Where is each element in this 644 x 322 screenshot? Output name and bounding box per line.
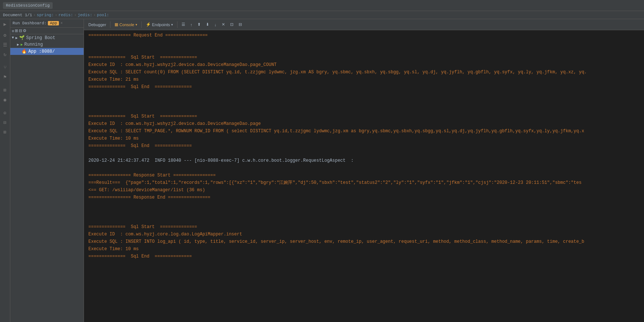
endpoints-dropdown-icon[interactable]: ▾: [171, 23, 173, 27]
filter-btn[interactable]: ☰: [179, 21, 187, 28]
console-line: ================ Request End ===========…: [84, 32, 644, 39]
run-dashboard-tab-label: RedisSessionConfig: [3, 2, 53, 9]
console-line: [84, 105, 644, 113]
spring-leaf-icon: 🌱: [19, 35, 25, 41]
running-label: Running: [24, 42, 43, 47]
run-panel-btn4[interactable]: ⚙: [23, 28, 27, 33]
tree-app[interactable]: 🔥 App :8088/: [10, 48, 84, 55]
app-tab-close[interactable]: ×: [60, 21, 63, 25]
tree-running[interactable]: ▶ ▶ Running: [10, 41, 84, 48]
scroll-up-btn[interactable]: ⬆: [195, 21, 203, 28]
run-panel-btn2[interactable]: ⊞: [15, 28, 18, 33]
wrap-btn[interactable]: ⊡: [228, 21, 236, 28]
console-line: ===Result=== {"page":1,"total":1,"record…: [84, 179, 644, 186]
console-line: Execute SQL : INSERT INTO log_api ( id, …: [84, 238, 644, 245]
breadcrumb-redis: redis:: [59, 13, 73, 17]
gear-icon2[interactable]: ⊞: [4, 129, 7, 135]
arrow-down-icon: ▼: [12, 36, 14, 40]
console-line: Execute ID : com.ws.hyzj.wshyzj2.device.…: [84, 120, 644, 127]
console-line: [84, 98, 644, 105]
breadcrumb-pool: pool:: [97, 13, 109, 17]
camera-icon[interactable]: ⊙: [4, 110, 7, 116]
settings-icon[interactable]: ⚙: [4, 32, 7, 38]
console-line: Execute Time: 21 ms: [84, 76, 644, 83]
split-btn[interactable]: ⊟: [236, 21, 244, 28]
left-panel: Run Dashboard: App × ≡ ⊞ ⊟ ⚙ ▼ ▶ 🌱 Sprin…: [10, 19, 84, 322]
refresh-icon[interactable]: ↻: [4, 52, 7, 57]
terminal-icon[interactable]: ⊞: [4, 87, 7, 93]
scroll-down-btn[interactable]: ⬇: [204, 21, 211, 28]
run-dashboard-header: Run Dashboard: App ×: [10, 19, 84, 28]
breadcrumb-doc: Document 1/1: [3, 13, 32, 17]
main-area: Debugger ▦ Console ▾ ⚡ Endpoints ▾ ☰ ↑ ⬆…: [84, 19, 644, 322]
debugger-button[interactable]: Debugger: [86, 22, 108, 28]
console-line: ============== Sql End ==============: [84, 253, 644, 260]
debug-icon[interactable]: ◉: [4, 97, 7, 103]
toolbar-sep1: [110, 21, 110, 28]
console-line: Execute Time: 10 ms: [84, 245, 644, 253]
console-line: ============== Sql Start ==============: [84, 223, 644, 231]
console-line: [84, 216, 644, 223]
console-line: [84, 150, 644, 157]
run-panel-toolbar: ≡ ⊞ ⊟ ⚙: [10, 28, 84, 34]
console-line: ================ Response End ==========…: [84, 194, 644, 201]
spring-boot-label: Spring Boot: [26, 35, 55, 41]
run-dashboard-label: Run Dashboard:: [13, 21, 46, 25]
console-line: <== GET: /wsliiap/deviceManager/list (36…: [84, 186, 644, 194]
clear-btn[interactable]: ✕: [219, 21, 227, 28]
console-line: [84, 39, 644, 46]
console-icon: ▦: [115, 22, 118, 27]
run-panel-btn1[interactable]: ≡: [12, 29, 14, 33]
console-line: ============== Sql Start ==============: [84, 54, 644, 61]
console-dropdown-icon[interactable]: ▾: [136, 23, 137, 27]
run-triangle-icon: ▶: [21, 42, 23, 47]
toolbar-sep3: [177, 21, 177, 28]
console-line: Execute Time: 10 ms: [84, 135, 644, 142]
console-line: Execute SQL : SELECT TMP_PAGE.*, ROWNUM …: [84, 127, 644, 135]
endpoints-button[interactable]: ⚡ Endpoints ▾: [144, 21, 175, 28]
branch-icon[interactable]: ⚑: [4, 74, 7, 80]
console-line: Execute ID : com.ws.hyzj.wshyzj2.device.…: [84, 61, 644, 69]
app-tab[interactable]: App: [48, 21, 59, 25]
run-panel-btn3[interactable]: ⊟: [19, 28, 22, 33]
app-flame-icon: 🔥: [21, 49, 27, 54]
tree-spring-boot[interactable]: ▼ ▶ 🌱 Spring Boot: [10, 34, 84, 41]
top-bar: RedisSessionConfig: [0, 0, 644, 11]
scroll-bottom-btn[interactable]: ↓: [212, 22, 219, 28]
icon-sidebar: ▶ ⚙ ☰ ↻ ⑂ ⚑ ⊞ ◉ ⊙ ⊟ ⊞: [0, 19, 10, 322]
breadcrumb-jedis: jedis:: [78, 13, 92, 17]
git-icon[interactable]: ⑂: [4, 65, 7, 70]
console-toolbar: Debugger ▦ Console ▾ ⚡ Endpoints ▾ ☰ ↑ ⬆…: [84, 19, 644, 30]
console-button[interactable]: ▦ Console ▾: [112, 21, 139, 28]
list-icon[interactable]: ☰: [3, 42, 7, 48]
console-line: [84, 209, 644, 216]
arrow-right-icon: ▶: [15, 36, 18, 40]
tree-container: ▼ ▶ 🌱 Spring Boot ▶ ▶ Running 🔥 App :808…: [10, 34, 84, 322]
console-line: [84, 201, 644, 209]
console-line: Execute SQL : SELECT count(0) FROM (SELE…: [84, 69, 644, 76]
arrow-running-icon: ▶: [17, 42, 19, 47]
scroll-top-btn[interactable]: ↑: [188, 22, 195, 28]
breadcrumb-spring: spring:: [37, 13, 54, 17]
console-line: Execute ID : com.ws.hyzj.core.log.dao.Lo…: [84, 231, 644, 238]
run-icon[interactable]: ▶: [4, 21, 7, 27]
console-line: ============== Sql End ==============: [84, 142, 644, 150]
console-line: ================ Response Start ========…: [84, 172, 644, 179]
console-line: [84, 46, 644, 54]
endpoints-icon: ⚡: [146, 22, 151, 27]
breadcrumb: Document 1/1 › spring: › redis: › jedis:…: [0, 11, 644, 19]
console-line: [84, 91, 644, 98]
console-output[interactable]: ================ Request End ===========…: [84, 30, 644, 322]
app-label: App :8088/: [28, 49, 55, 54]
console-line: ============== Sql End ==============: [84, 83, 644, 91]
toolbar-sep2: [141, 21, 142, 28]
database-icon[interactable]: ⊟: [4, 120, 7, 126]
console-line: 2020-12-24 21:42:37.472 INFO 18040 --- […: [84, 157, 644, 164]
console-line: ============== Sql Start ==============: [84, 113, 644, 120]
console-line: [84, 164, 644, 172]
